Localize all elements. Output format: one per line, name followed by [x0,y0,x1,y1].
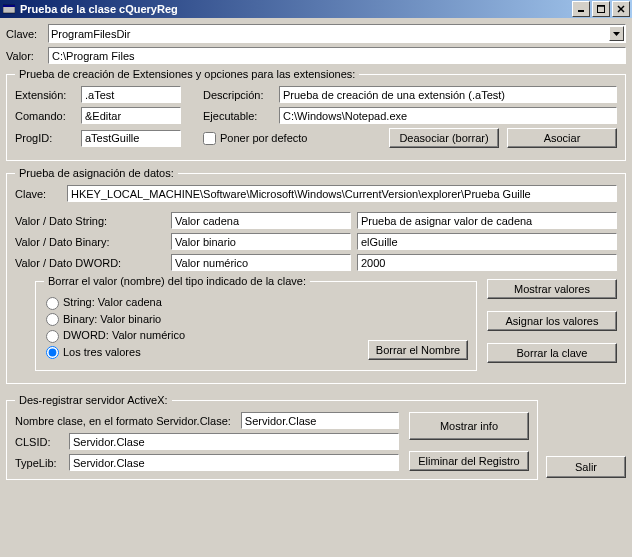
radio-binary[interactable] [46,313,59,326]
dword-label: Valor / Dato DWORD: [15,257,171,269]
binary-value-input[interactable] [357,233,617,250]
asig-clave-label: Clave: [15,188,67,200]
string-value-input[interactable] [357,212,617,229]
mostrar-info-button[interactable]: Mostrar info [409,412,529,440]
comando-label: Comando: [15,110,81,122]
clsid-label: CLSID: [15,436,69,448]
extensiones-legend: Prueba de creación de Extensiones y opci… [15,68,359,80]
radio-string-label: String: Valor cadena [63,296,162,308]
clsid-input[interactable] [69,433,399,450]
poner-defecto-label: Poner por defecto [220,132,307,144]
minimize-button[interactable] [572,1,590,17]
desregistrar-legend: Des-registrar servidor ActiveX: [15,394,172,406]
svg-marker-7 [613,32,620,36]
descripcion-label: Descripción: [203,89,279,101]
close-button[interactable] [612,1,630,17]
salir-button[interactable]: Salir [546,456,626,478]
comando-input[interactable] [81,107,181,124]
valor-label: Valor: [6,50,48,62]
borrar-nombre-button[interactable]: Borrar el Nombre [368,340,468,360]
extension-input[interactable] [81,86,181,103]
app-icon [2,2,16,16]
desregistrar-group: Des-registrar servidor ActiveX: Nombre c… [6,394,538,480]
radio-string[interactable] [46,297,59,310]
string-label: Valor / Dato String: [15,215,171,227]
asignacion-group: Prueba de asignación de datos: Clave: Va… [6,167,626,384]
ejecutable-input[interactable] [279,107,617,124]
typelib-label: TypeLib: [15,457,69,469]
svg-rect-1 [3,5,15,7]
borrar-valor-legend: Borrar el valor (nombre) del tipo indica… [44,275,310,287]
asociar-button[interactable]: Asociar [507,128,617,148]
progid-input[interactable] [81,130,181,147]
descripcion-input[interactable] [279,86,617,103]
eliminar-registro-button[interactable]: Eliminar del Registro [409,451,529,471]
extensiones-group: Prueba de creación de Extensiones y opci… [6,68,626,161]
deasociar-button[interactable]: Deasociar (borrar) [389,128,499,148]
radio-dword[interactable] [46,330,59,343]
asignacion-legend: Prueba de asignación de datos: [15,167,178,179]
radio-dword-label: DWORD: Valor numérico [63,329,185,341]
asig-clave-input[interactable] [67,185,617,202]
progid-label: ProgID: [15,132,81,144]
poner-defecto-checkbox[interactable] [203,132,216,145]
radio-all[interactable] [46,346,59,359]
valor-input[interactable] [48,47,626,64]
nombre-clase-input[interactable] [241,412,399,429]
mostrar-valores-button[interactable]: Mostrar valores [487,279,617,299]
extension-label: Extensión: [15,89,81,101]
radio-binary-label: Binary: Valor binario [63,313,161,325]
chevron-down-icon [609,26,624,41]
dword-name-input[interactable] [171,254,351,271]
poner-defecto-wrap: Poner por defecto [203,132,307,145]
typelib-input[interactable] [69,454,399,471]
clave-select-value: ProgramFilesDir [51,28,130,40]
titlebar: Prueba de la clase cQueryReg [0,0,632,18]
string-name-input[interactable] [171,212,351,229]
binary-name-input[interactable] [171,233,351,250]
clave-label: Clave: [6,28,48,40]
window-title: Prueba de la clase cQueryReg [20,3,570,15]
radio-all-label: Los tres valores [63,346,141,358]
asignar-valores-button[interactable]: Asignar los valores [487,311,617,331]
maximize-button[interactable] [592,1,610,17]
clave-select[interactable]: ProgramFilesDir [48,24,626,43]
borrar-clave-button[interactable]: Borrar la clave [487,343,617,363]
dword-value-input[interactable] [357,254,617,271]
binary-label: Valor / Dato Binary: [15,236,171,248]
nombre-clase-label: Nombre clase, en el formato Servidor.Cla… [15,415,237,427]
ejecutable-label: Ejecutable: [203,110,279,122]
borrar-valor-group: Borrar el valor (nombre) del tipo indica… [35,275,477,371]
